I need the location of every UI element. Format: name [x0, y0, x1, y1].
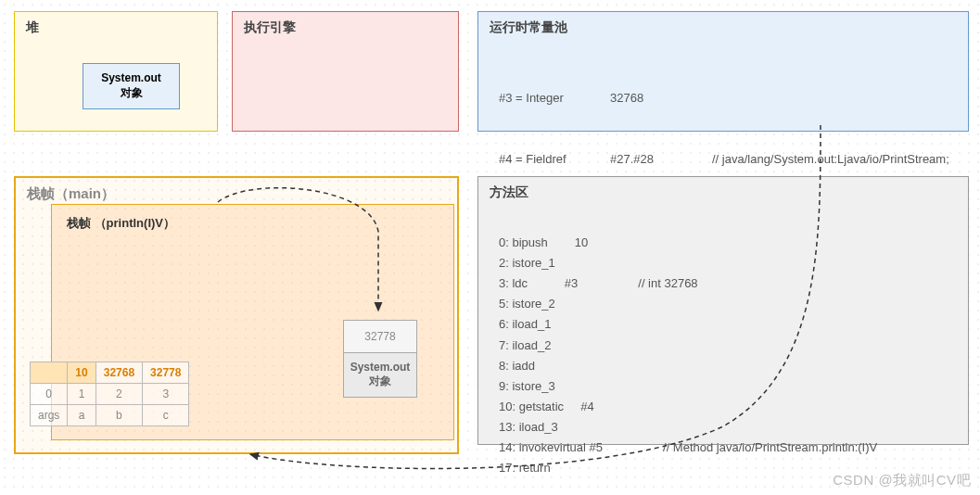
bytecode-line: 17: return — [499, 461, 551, 475]
var-cell: 32778 — [143, 362, 189, 384]
frame-println-title: 栈帧 （println(I)V） — [67, 215, 175, 232]
var-cell: args — [31, 405, 68, 426]
engine-title: 执行引擎 — [244, 19, 447, 36]
frame-main-title: 栈帧（main） — [27, 185, 446, 203]
pool-row-val: #27.#28 — [610, 149, 712, 170]
bytecode-line: 8: iadd — [499, 359, 535, 373]
pool-title: 运行时常量池 — [490, 19, 957, 36]
var-cell: 32768 — [95, 362, 142, 384]
pool-row-comment — [712, 88, 957, 108]
stack-obj-line1: System.out — [350, 361, 411, 374]
bytecode-line: 6: iload_1 — [499, 317, 551, 331]
system-out-object: System.out 对象 — [83, 63, 180, 109]
stack-object: System.out 对象 — [344, 353, 416, 397]
var-cell: 0 — [31, 384, 68, 405]
constant-pool-box: 运行时常量池 #3 = Integer 32768 #4 = Fieldref … — [477, 11, 969, 132]
bytecode-line: 10: getstatic #4 — [499, 400, 594, 413]
sysout-line2: 对象 — [121, 86, 143, 99]
stack-value: 32778 — [344, 321, 416, 353]
operand-stack: 32778 System.out 对象 — [343, 320, 417, 398]
var-cell: c — [143, 405, 189, 426]
table-row: 10 32768 32778 — [31, 362, 189, 384]
sysout-line1: System.out — [101, 71, 161, 84]
bytecode-line: 5: istore_2 — [499, 297, 555, 311]
pool-row: #3 = Integer 32768 — [499, 88, 957, 108]
var-cell: 3 — [143, 384, 189, 405]
bytecode-listing: 0: bipush 10 2: istore_1 3: ldc #3 // in… — [490, 207, 957, 478]
engine-box: 执行引擎 — [232, 11, 459, 132]
bytecode-line: 0: bipush 10 — [499, 235, 588, 249]
heap-box: 堆 System.out 对象 — [14, 11, 218, 132]
heap-title: 堆 — [26, 19, 206, 36]
stack-obj-line2: 对象 — [369, 374, 391, 387]
watermark: CSDN @我就叫CV吧 — [833, 472, 971, 489]
pool-row-key: #4 = Fieldref — [499, 149, 610, 170]
bytecode-line: 13: iload_3 — [499, 420, 558, 434]
table-row: 0 1 2 3 — [31, 384, 189, 405]
var-cell: 1 — [68, 384, 95, 405]
pool-row-key: #3 = Integer — [499, 88, 610, 108]
var-cell — [31, 362, 68, 384]
local-var-table: 10 32768 32778 0 1 2 3 args a b c — [30, 362, 189, 426]
var-cell: b — [95, 405, 142, 426]
bytecode-line: 9: istore_3 — [499, 379, 555, 393]
methods-title: 方法区 — [490, 184, 957, 201]
bytecode-line: 3: ldc #3 // int 32768 — [499, 276, 698, 290]
method-area-box: 方法区 0: bipush 10 2: istore_1 3: ldc #3 /… — [477, 176, 969, 445]
bytecode-line: 7: iload_2 — [499, 338, 551, 352]
pool-row: #4 = Fieldref #27.#28 // java/lang/Syste… — [499, 149, 957, 170]
bytecode-line: 2: istore_1 — [499, 256, 555, 270]
bytecode-line: 14: invokevirtual #5 // Method java/io/P… — [499, 440, 877, 454]
table-row: args a b c — [31, 405, 189, 426]
pool-row-val: 32768 — [610, 88, 712, 108]
var-cell: 2 — [95, 384, 142, 405]
var-cell: 10 — [68, 362, 95, 384]
var-cell: a — [68, 405, 95, 426]
pool-row-comment: // java/lang/System.out:Ljava/io/PrintSt… — [712, 149, 957, 170]
